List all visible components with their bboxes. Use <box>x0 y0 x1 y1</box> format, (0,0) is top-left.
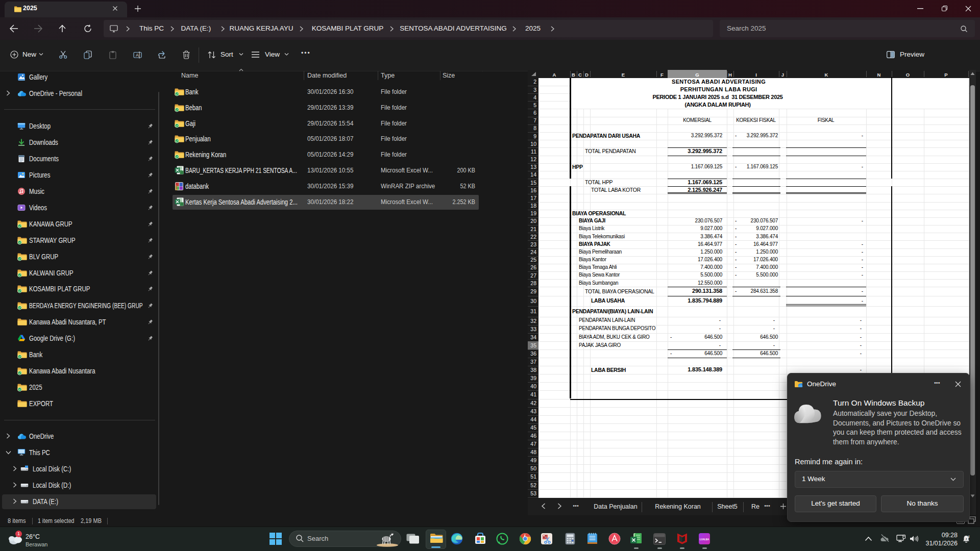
svg-text:A: A <box>136 53 139 58</box>
svg-text:z: z <box>968 535 970 538</box>
svg-text:LUALBA: LUALBA <box>700 538 709 541</box>
